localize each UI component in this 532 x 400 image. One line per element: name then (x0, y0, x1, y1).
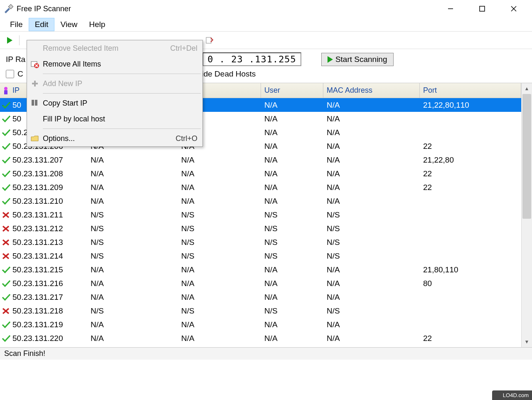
play-icon (328, 56, 333, 63)
cell-user: N/A (261, 196, 323, 207)
cell-user: N/A (261, 141, 323, 152)
menu-options[interactable]: Options... Ctrl+O (27, 131, 202, 146)
cell-mac: N/A (323, 278, 420, 289)
svg-rect-2 (480, 6, 485, 11)
cell-host: N/A (87, 333, 178, 344)
cell-mac: N/A (323, 155, 420, 165)
cell-port (420, 255, 521, 257)
table-row[interactable]: 50.23.131.212N/SN/SN/SN/S (0, 222, 521, 235)
table-row[interactable]: 50.23.131.219N/AN/AN/AN/A (0, 318, 521, 331)
start-scanning-label: Start Scanning (335, 55, 387, 64)
table-row[interactable]: 50.23.131.217N/AN/AN/AN/A (0, 290, 521, 304)
scroll-thumb[interactable] (522, 94, 531, 219)
table-row[interactable]: 50.23.131.214N/SN/SN/SN/S (0, 249, 521, 263)
cell-host: N/A (87, 182, 178, 193)
close-button[interactable] (505, 3, 522, 15)
table-row[interactable]: 50.23.131.207N/AN/AN/AN/A21,22,80 (0, 153, 521, 167)
minimize-button[interactable] (442, 3, 459, 15)
svg-rect-5 (206, 37, 211, 43)
cell-user: N/A (261, 100, 323, 111)
menu-copy-start-ip[interactable]: Copy Start IP (27, 95, 202, 111)
remove-all-icon (29, 59, 41, 69)
cell-ip: 50.23.131.212 (0, 223, 87, 234)
menu-remove-all[interactable]: Remove All Items (27, 56, 202, 72)
cell-ip: 50.23.131.209 (0, 182, 87, 193)
cell-host: N/A (87, 196, 178, 207)
status-bar: Scan Finish! (0, 347, 532, 360)
cell-mac: N/S (323, 210, 420, 220)
toolbar-play-icon[interactable] (4, 35, 15, 46)
cell-ip: 50.23.131.207 (0, 155, 87, 165)
table-row[interactable]: 50.23.131.216N/AN/AN/AN/A80 (0, 277, 521, 290)
cell-ip: 50.23.131.211 (0, 210, 87, 220)
svg-rect-24 (32, 100, 34, 106)
cell-ip: 50.23.131.215 (0, 264, 87, 275)
menu-file[interactable]: File (4, 18, 29, 31)
cell-host: N/S (87, 251, 178, 262)
cell-mac: N/A (323, 182, 420, 193)
cell-user: N/S (261, 251, 323, 262)
table-row[interactable]: 50.23.131.210N/AN/AN/AN/A (0, 194, 521, 208)
cell-mac: N/A (323, 319, 420, 330)
cell-user: N/S (261, 237, 323, 248)
table-row[interactable]: 50.23.131.209N/AN/AN/AN/A22 (0, 180, 521, 194)
plus-icon (29, 79, 41, 89)
cell-workgroup: N/A (178, 168, 261, 179)
svg-rect-25 (35, 100, 37, 106)
menu-edit[interactable]: Edit (29, 18, 55, 31)
cell-ip: 50.23.131.218 (0, 306, 87, 316)
cell-port (420, 132, 521, 133)
menu-remove-selected[interactable]: Remove Selected Item Ctrl+Del (27, 40, 202, 56)
cell-mac: N/A (323, 264, 420, 275)
toolbar-separator (19, 35, 20, 45)
cell-user: N/S (261, 306, 323, 316)
cell-ip: 50.23.131.220 (0, 333, 87, 344)
edit-dropdown-menu: Remove Selected Item Ctrl+Del Remove All… (27, 40, 203, 147)
start-scanning-button[interactable]: Start Scanning (321, 53, 394, 66)
cell-workgroup: N/S (178, 210, 261, 220)
scroll-up-arrow[interactable]: ▲ (522, 83, 532, 94)
table-row[interactable]: 50.23.131.220N/AN/AN/AN/A22 (0, 331, 521, 345)
menu-view[interactable]: View (54, 18, 83, 31)
customize-checkbox[interactable] (6, 70, 14, 78)
cell-port: 22 (420, 141, 521, 152)
menu-help[interactable]: Help (83, 18, 111, 31)
cell-workgroup: N/A (178, 319, 261, 330)
scroll-down-arrow[interactable]: ▼ (522, 336, 532, 347)
column-header-port[interactable]: Port (420, 83, 521, 98)
cell-port (420, 296, 521, 298)
menubar: File Edit View Help (0, 17, 532, 32)
table-row[interactable]: 50.23.131.218N/SN/SN/SN/S (0, 304, 521, 318)
cell-mac: N/S (323, 237, 420, 248)
cell-port: 22 (420, 182, 521, 193)
window-title: Free IP Scanner (17, 5, 442, 13)
table-row[interactable]: 50.23.131.215N/AN/AN/AN/A21,80,110 (0, 263, 521, 277)
table-row[interactable]: 50.23.131.213N/SN/SN/SN/S (0, 235, 521, 249)
cell-port: 22 (420, 168, 521, 179)
toolbar-options-icon[interactable] (204, 35, 215, 46)
cell-mac: N/A (323, 333, 420, 344)
cell-host: N/A (87, 264, 178, 275)
cell-mac: N/A (323, 127, 420, 138)
cell-workgroup: N/A (178, 292, 261, 303)
maximize-button[interactable] (474, 3, 490, 15)
menu-separator (43, 74, 201, 74)
column-header-user[interactable]: User (261, 83, 323, 98)
cell-port: 80 (420, 278, 521, 289)
cell-port: 21,22,80 (420, 155, 521, 165)
vertical-scrollbar[interactable]: ▲ ▼ (521, 83, 532, 347)
svg-point-6 (4, 87, 7, 90)
menu-fill-ip-local[interactable]: Fill IP by local host (27, 111, 202, 127)
svg-rect-0 (8, 4, 13, 9)
menu-add-new-ip[interactable]: Add New IP (27, 76, 202, 91)
table-row[interactable]: 50.23.131.208N/AN/AN/AN/A22 (0, 167, 521, 180)
table-row[interactable]: 50.23.131.211N/SN/SN/SN/S (0, 208, 521, 222)
cell-port (420, 214, 521, 216)
ip-range-to-input[interactable]: 0 . 23 .131.255 (202, 52, 301, 66)
cell-workgroup: N/S (178, 237, 261, 248)
column-header-mac[interactable]: MAC Address (323, 83, 420, 98)
cell-workgroup: N/A (178, 264, 261, 275)
cell-port: 21,80,110 (420, 264, 521, 275)
cell-user: N/A (261, 155, 323, 165)
cell-workgroup: N/S (178, 223, 261, 234)
